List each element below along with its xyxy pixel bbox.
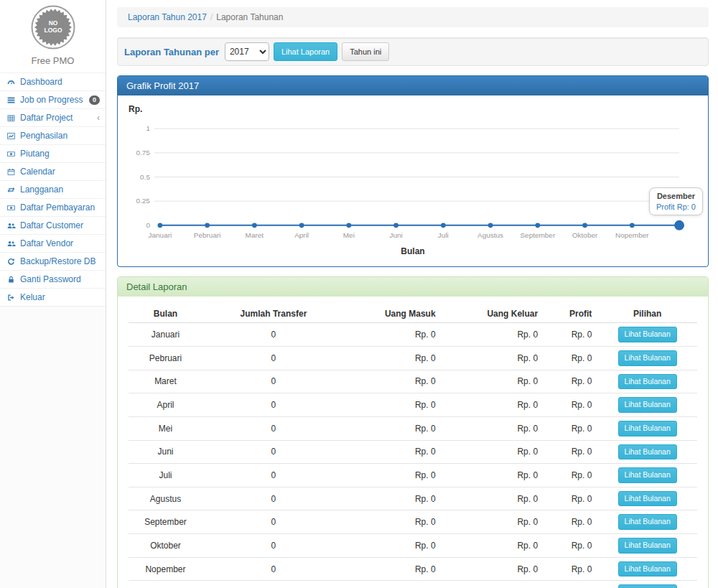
sidebar-item-label: Daftar Pembayaran: [20, 202, 95, 213]
retweet-icon: [6, 185, 16, 195]
view-month-button[interactable]: Lihat Bulanan: [618, 491, 677, 507]
breadcrumb: Laporan Tahun 2017/Laporan Tahunan: [117, 7, 709, 27]
sidebar-item-calendar[interactable]: Calendar: [0, 162, 106, 180]
sidebar-item-job-on-progress[interactable]: Job on Progress 0: [0, 90, 106, 108]
cell-uang-keluar: Rp. 0: [442, 393, 544, 417]
job-count-badge: 0: [89, 95, 100, 105]
sidebar-item-label: Calendar: [20, 167, 55, 177]
sidebar-item-backup-restore-db[interactable]: Backup/Restore DB: [0, 252, 106, 270]
cell-profit: Rp. 0: [544, 534, 597, 558]
cell-uang-keluar: Rp. 0: [442, 416, 544, 440]
detail-body: Bulan Jumlah Transfer Uang Masuk Uang Ke…: [118, 297, 708, 588]
tooltip-value: Profit Rp: 0: [656, 202, 696, 211]
svg-text:0.75: 0.75: [136, 149, 151, 157]
chart-x-axis-label: Bulan: [129, 246, 697, 256]
cell-uang-keluar: Rp. 0: [442, 487, 544, 510]
chart-panel-title: Grafik Profit 2017: [118, 76, 708, 95]
sidebar-item-daftar-vendor[interactable]: Daftar Vendor: [0, 234, 106, 252]
svg-text:1: 1: [146, 124, 150, 132]
line-chart-icon: [6, 131, 16, 141]
sidebar-item-keluar[interactable]: Keluar: [0, 288, 106, 306]
view-month-button[interactable]: Lihat Bulanan: [618, 327, 677, 342]
sidebar-item-piutang[interactable]: Piutang: [0, 144, 106, 162]
cell-bulan: Juli: [129, 464, 202, 487]
cell-uang-masuk: Rp. 0: [345, 534, 442, 558]
cell-bulan: April: [129, 393, 202, 417]
cell-bulan: Mei: [129, 416, 202, 440]
sidebar-item-langganan[interactable]: Langganan: [0, 180, 106, 198]
tooltip-title: Desember: [656, 192, 696, 200]
chart-body: Rp. 10.750.50.250JanuariPebruariMaretApr…: [118, 95, 708, 266]
svg-text:Juli: Juli: [438, 231, 449, 239]
cell-jumlah-transfer: 0: [202, 581, 345, 588]
cell-jumlah-transfer: 0: [202, 393, 345, 417]
svg-text:Maret: Maret: [246, 231, 264, 239]
table-row: Agustus 0 Rp. 0 Rp. 0 Rp. 0 Lihat Bulana…: [129, 487, 697, 510]
view-month-button[interactable]: Lihat Bulanan: [618, 538, 677, 554]
table-row: April 0 Rp. 0 Rp. 0 Rp. 0 Lihat Bulanan: [129, 393, 697, 417]
cell-uang-keluar: Rp. 0: [442, 557, 544, 581]
report-table: Bulan Jumlah Transfer Uang Masuk Uang Ke…: [129, 305, 697, 588]
report-table-body: Januari 0 Rp. 0 Rp. 0 Rp. 0 Lihat Bulana…: [129, 323, 697, 588]
tasks-icon: [6, 95, 16, 105]
cell-bulan: Nopember: [129, 557, 202, 581]
view-month-button[interactable]: Lihat Bulanan: [618, 561, 677, 577]
table-row: Januari 0 Rp. 0 Rp. 0 Rp. 0 Lihat Bulana…: [129, 323, 697, 347]
view-month-button[interactable]: Lihat Bulanan: [618, 350, 677, 366]
profit-chart[interactable]: 10.750.50.250JanuariPebruariMaretAprilMe…: [129, 118, 697, 245]
cell-profit: Rp. 0: [544, 393, 597, 417]
cell-bulan: Maret: [129, 370, 202, 393]
col-header-masuk: Uang Masuk: [345, 305, 442, 323]
table-row: Desember 0 Rp. 0 Rp. 0 Rp. 0 Lihat Bulan…: [129, 581, 697, 588]
col-header-profit: Profit: [544, 305, 597, 323]
profit-chart-panel: Grafik Profit 2017 Rp. 10.750.50.250Janu…: [117, 75, 709, 267]
sidebar-item-daftar-customer[interactable]: Daftar Customer: [0, 216, 106, 234]
view-month-button[interactable]: Lihat Bulanan: [618, 421, 677, 437]
view-month-button[interactable]: Lihat Bulanan: [618, 397, 677, 413]
cell-profit: Rp. 0: [544, 346, 597, 370]
col-header-bulan: Bulan: [129, 305, 202, 323]
this-year-button[interactable]: Tahun ini: [342, 42, 389, 61]
svg-text:Januari: Januari: [149, 231, 172, 239]
sidebar-item-daftar-pembayaran[interactable]: Daftar Pembayaran: [0, 198, 106, 216]
cell-profit: Rp. 0: [544, 416, 597, 440]
cell-bulan: Pebruari: [129, 346, 202, 370]
sidebar-item-label: Penghasilan: [20, 131, 67, 141]
cell-jumlah-transfer: 0: [202, 370, 345, 393]
svg-text:Agustus: Agustus: [477, 231, 503, 239]
svg-text:April: April: [294, 231, 309, 239]
cell-uang-keluar: Rp. 0: [442, 346, 544, 370]
cell-uang-keluar: Rp. 0: [442, 370, 544, 393]
sidebar-item-daftar-project[interactable]: Daftar Project ‹: [0, 108, 106, 126]
page: NO LOGO Free PMO Dashboard Job on Progre…: [0, 0, 718, 588]
sidebar-item-dashboard[interactable]: Dashboard: [0, 73, 106, 90]
col-header-jumlah: Jumlah Transfer: [202, 305, 345, 323]
breadcrumb-separator: /: [210, 12, 213, 22]
view-report-button[interactable]: Lihat Laporan: [274, 42, 337, 61]
view-month-button[interactable]: Lihat Bulanan: [618, 467, 677, 483]
sidebar-item-label: Daftar Vendor: [20, 238, 73, 248]
cell-uang-masuk: Rp. 0: [345, 464, 442, 487]
svg-text:0.5: 0.5: [140, 173, 150, 181]
cell-bulan: Juni: [129, 440, 202, 464]
view-month-button[interactable]: Lihat Bulanan: [618, 374, 677, 390]
detail-report-panel: Detail Laporan Bulan Jumlah Transfer Uan…: [117, 276, 709, 588]
sidebar-item-ganti-password[interactable]: Ganti Password: [0, 270, 106, 288]
cell-profit: Rp. 0: [544, 581, 597, 588]
view-month-button[interactable]: Lihat Bulanan: [618, 584, 677, 588]
cell-jumlah-transfer: 0: [202, 323, 345, 347]
logo-box: NO LOGO Free PMO: [0, 0, 106, 73]
cell-uang-keluar: Rp. 0: [442, 464, 544, 487]
cell-bulan: Desember: [129, 581, 202, 588]
cell-profit: Rp. 0: [544, 440, 597, 464]
year-select[interactable]: 2017: [225, 42, 269, 61]
svg-text:Pebruari: Pebruari: [194, 231, 221, 239]
cell-profit: Rp. 0: [544, 464, 597, 487]
sidebar-item-penghasilan[interactable]: Penghasilan: [0, 126, 106, 144]
breadcrumb-link[interactable]: Laporan Tahun 2017: [128, 12, 207, 22]
calendar-icon: [6, 167, 16, 177]
view-month-button[interactable]: Lihat Bulanan: [618, 514, 677, 530]
sidebar-item-label: Ganti Password: [20, 274, 81, 284]
svg-text:Nopember: Nopember: [615, 231, 649, 239]
view-month-button[interactable]: Lihat Bulanan: [618, 444, 677, 460]
